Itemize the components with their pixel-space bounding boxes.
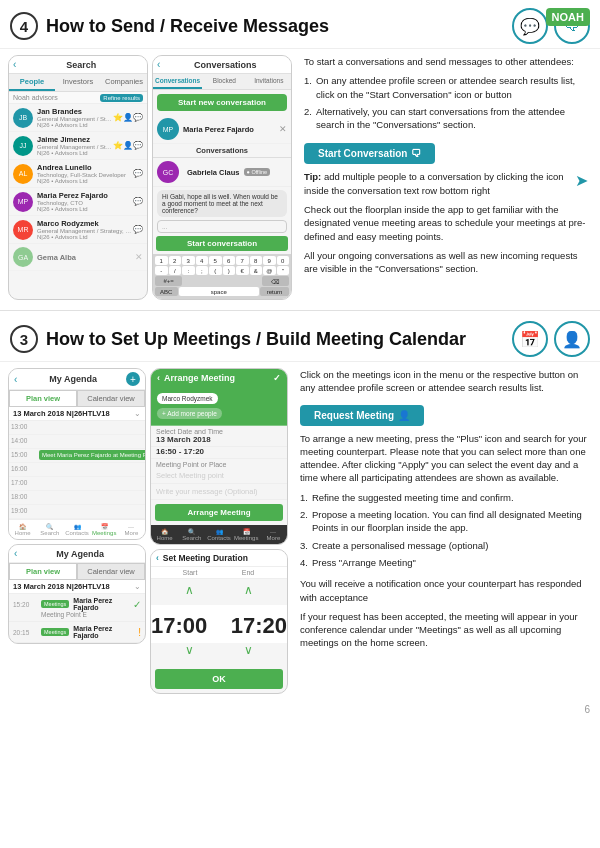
- kb-key-semi[interactable]: ;: [196, 266, 209, 275]
- kb-key-1[interactable]: 1: [155, 256, 168, 265]
- add-meeting-btn[interactable]: +: [126, 372, 140, 386]
- agenda-entry2[interactable]: 20:15 Meetings Maria Perez Fajardo !: [9, 622, 145, 643]
- phone-conversations[interactable]: ‹ Conversations Conversations Blocked In…: [152, 55, 292, 300]
- time-label: 15:00: [9, 449, 37, 462]
- tab-investors[interactable]: Investors: [55, 74, 101, 91]
- phone-my-agenda[interactable]: ‹ My Agenda + Plan view Calendar view 13…: [8, 368, 146, 540]
- phone-people-search[interactable]: ‹ Search People Investors Companies Noah…: [8, 55, 148, 300]
- back-icon[interactable]: ‹: [157, 373, 160, 383]
- kb-key-8[interactable]: 8: [250, 256, 263, 265]
- time-slot-15[interactable]: 15:00 Meet Maria Perez Fajardo at Meetin…: [9, 449, 145, 463]
- kb-key-slash[interactable]: /: [169, 266, 182, 275]
- back-icon[interactable]: ‹: [14, 374, 17, 385]
- kb-key-rpar[interactable]: ): [223, 266, 236, 275]
- start-new-conversation-btn[interactable]: Start new conversation: [157, 94, 287, 111]
- kb-key-dash[interactable]: -: [155, 266, 168, 275]
- nav-more[interactable]: ⋯More: [118, 523, 145, 536]
- nav-meetings[interactable]: 📅Meetings: [91, 523, 118, 536]
- kb-key-6[interactable]: 6: [223, 256, 236, 265]
- kb-key-3[interactable]: 3: [182, 256, 195, 265]
- chat-person-row[interactable]: GC Gabriela Claus ● Offline: [153, 158, 291, 187]
- calendar-view-tab2[interactable]: Calendar view: [77, 563, 145, 580]
- kb-key-space[interactable]: space: [179, 287, 259, 296]
- start-conversation-btn[interactable]: Start conversation: [156, 236, 288, 251]
- chevron-down-icon2[interactable]: ⌄: [134, 582, 141, 591]
- start-time[interactable]: 17:00: [151, 613, 207, 639]
- kb-key-abc[interactable]: ABC: [155, 287, 178, 296]
- back-icon[interactable]: ‹: [156, 553, 159, 563]
- kb-key-7[interactable]: 7: [236, 256, 249, 265]
- chevron-down-icon[interactable]: ⌄: [134, 409, 141, 418]
- kb-key-amp[interactable]: &: [250, 266, 263, 275]
- list-item[interactable]: GA Gema Alba ✕: [9, 244, 147, 271]
- list-item[interactable]: JB Jan Brandes General Management / Stra…: [9, 104, 147, 132]
- start-down-arrow[interactable]: ∨: [185, 643, 194, 657]
- nav2-more[interactable]: ⋯More: [260, 528, 287, 541]
- phone-arrange-meeting[interactable]: ‹ Arrange Meeting ✓ Marco Rodyzmek + Add…: [150, 368, 288, 545]
- time-label: 18:00: [9, 491, 37, 504]
- kb-key-colon[interactable]: :: [182, 266, 195, 275]
- back-icon[interactable]: ‹: [14, 548, 17, 559]
- kb-key-0[interactable]: 0: [277, 256, 290, 265]
- up-arrows[interactable]: ∧ ∧: [151, 583, 287, 605]
- end-down-arrow[interactable]: ∨: [244, 643, 253, 657]
- arrange-meeting-btn[interactable]: Arrange Meeting: [155, 504, 283, 521]
- section2-intro: Click on the meetings icon in the menu o…: [300, 368, 588, 395]
- plan-view-tab[interactable]: Plan view: [9, 390, 77, 407]
- conversation-item[interactable]: MP Maria Perez Fajardo ✕: [153, 115, 291, 144]
- nav2-home[interactable]: 🏠Home: [151, 528, 178, 541]
- nav2-meetings[interactable]: 📅Meetings: [233, 528, 260, 541]
- close-icon[interactable]: ✕: [279, 124, 287, 134]
- results-badge[interactable]: Refine results: [100, 94, 143, 102]
- tab-blocked[interactable]: Blocked: [202, 74, 246, 89]
- kb-key-2[interactable]: 2: [169, 256, 182, 265]
- nav-home[interactable]: 🏠Home: [9, 523, 36, 536]
- kb-key-9[interactable]: 9: [263, 256, 276, 265]
- end-up-arrow[interactable]: ∧: [244, 583, 253, 597]
- list-item[interactable]: AL Andrea Lunello Technology, Full-Stack…: [9, 160, 147, 188]
- ok-btn[interactable]: OK: [155, 669, 283, 689]
- back-icon[interactable]: ‹: [157, 59, 160, 70]
- add-people-btn[interactable]: + Add more people: [157, 408, 222, 419]
- tab-invitations[interactable]: Invitations: [247, 74, 291, 89]
- end-label: End: [219, 569, 277, 576]
- list-item[interactable]: MR Marco Rodyzmek General Management / S…: [9, 216, 147, 244]
- nav2-contacts[interactable]: 👥Contacts: [205, 528, 232, 541]
- time-value[interactable]: 16:50 - 17:20: [151, 447, 287, 459]
- calendar-view-tab[interactable]: Calendar view: [77, 390, 145, 407]
- meeting-point-select[interactable]: Select Meeting point: [151, 468, 287, 484]
- kb-key-return[interactable]: return: [260, 287, 289, 296]
- nav2-search[interactable]: 🔍Search: [178, 528, 205, 541]
- keyboard[interactable]: 1 2 3 4 5 6 7 8 9 0 - / : ; ( ): [153, 254, 291, 299]
- end-time[interactable]: 17:20: [231, 613, 287, 639]
- phone-set-duration[interactable]: ‹ Set Meeting Duration Start End ∧ ∧ 17:…: [150, 549, 288, 694]
- back-icon[interactable]: ‹: [13, 59, 16, 70]
- kb-key-quote[interactable]: ": [277, 266, 290, 275]
- date-value[interactable]: 13 March 2018: [151, 435, 287, 447]
- meeting-block[interactable]: Meet Maria Perez Fajardo at Meeting Poi.…: [39, 450, 146, 460]
- request-meeting-btn[interactable]: Request Meeting 👤: [300, 405, 424, 426]
- start-up-arrow[interactable]: ∧: [185, 583, 194, 597]
- tab-conversations[interactable]: Conversations: [153, 74, 202, 89]
- kb-key-del[interactable]: ⌫: [262, 276, 289, 286]
- agenda-entry[interactable]: 15:20 Meetings Maria Perez Fajardo ✓ Mee…: [9, 594, 145, 622]
- kb-key-at[interactable]: @: [263, 266, 276, 275]
- tab-companies[interactable]: Companies: [101, 74, 147, 91]
- message-input[interactable]: Write your message (Optional): [151, 484, 287, 500]
- close-icon[interactable]: ✕: [135, 252, 143, 262]
- kb-key-lpar[interactable]: (: [209, 266, 222, 275]
- list-item[interactable]: JJ Jaime Jimenez General Management / St…: [9, 132, 147, 160]
- kb-key-4[interactable]: 4: [196, 256, 209, 265]
- plan-view-tab2[interactable]: Plan view: [9, 563, 77, 580]
- cta-button-start[interactable]: Start Conversation 🗨: [304, 143, 435, 164]
- kb-key-sym[interactable]: #+=: [155, 276, 182, 286]
- tab-people[interactable]: People: [9, 74, 55, 91]
- kb-key-5[interactable]: 5: [209, 256, 222, 265]
- nav-search[interactable]: 🔍Search: [36, 523, 63, 536]
- list-item[interactable]: MP Maria Perez Fajardo Technology, CTO N…: [9, 188, 147, 216]
- chat-input[interactable]: ...: [157, 220, 287, 233]
- down-arrows[interactable]: ∨ ∨: [151, 643, 287, 665]
- kb-key-euro[interactable]: €: [236, 266, 249, 275]
- nav-contacts[interactable]: 👥Contacts: [63, 523, 90, 536]
- phone-agenda-entries[interactable]: ‹ My Agenda Plan view Calendar view 13 M…: [8, 544, 146, 644]
